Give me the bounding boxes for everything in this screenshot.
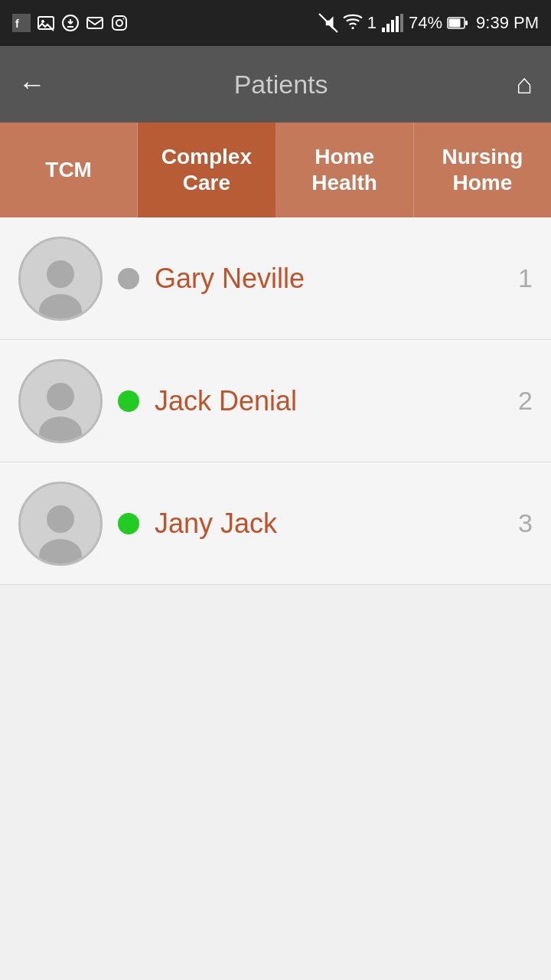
- patient-name: Jack Denial: [155, 385, 487, 417]
- svg-point-23: [47, 505, 74, 533]
- svg-rect-18: [465, 21, 468, 25]
- svg-rect-6: [112, 16, 126, 30]
- home-button[interactable]: ⌂: [516, 68, 533, 100]
- tab-home-health[interactable]: Home Health: [276, 122, 414, 217]
- avatar: [18, 237, 103, 321]
- svg-rect-17: [449, 19, 461, 28]
- nav-bar: ← Patients ⌂: [0, 46, 551, 122]
- svg-point-20: [39, 294, 82, 318]
- patient-name: Jany Jack: [155, 508, 487, 540]
- patient-row[interactable]: Jack Denial2: [0, 340, 551, 462]
- back-button[interactable]: ←: [18, 70, 46, 98]
- svg-text:f: f: [15, 18, 19, 30]
- empty-area: [0, 585, 551, 968]
- svg-point-24: [39, 539, 82, 564]
- svg-point-22: [39, 416, 82, 441]
- status-bar-right: 1 74% 9:39 PM: [318, 13, 539, 33]
- svg-rect-14: [396, 16, 399, 32]
- patient-list: Gary Neville1 Jack Denial2 Jany Jack3: [0, 217, 551, 585]
- patient-number: 3: [502, 508, 533, 538]
- svg-rect-5: [87, 18, 103, 28]
- svg-point-19: [47, 260, 74, 288]
- sim-number: 1: [367, 13, 377, 33]
- svg-point-3: [41, 20, 44, 23]
- svg-point-21: [47, 383, 74, 410]
- avatar: [18, 482, 103, 566]
- status-dot: [118, 390, 139, 412]
- battery-percent: 74%: [409, 13, 442, 33]
- svg-point-7: [116, 20, 122, 26]
- status-dot: [118, 513, 139, 534]
- svg-rect-11: [382, 28, 385, 32]
- patient-row[interactable]: Jany Jack3: [0, 462, 551, 585]
- patient-number: 1: [502, 263, 533, 293]
- tab-nursing-home[interactable]: Nursing Home: [414, 122, 551, 217]
- patient-name: Gary Neville: [155, 263, 487, 295]
- svg-rect-12: [386, 24, 390, 32]
- tab-complex-care[interactable]: Complex Care: [138, 122, 276, 217]
- svg-point-10: [351, 27, 354, 29]
- tab-tcm[interactable]: TCM: [0, 122, 138, 217]
- status-bar: f 1 74% 9:39 PM: [0, 0, 551, 46]
- patient-number: 2: [502, 386, 533, 416]
- svg-line-9: [319, 14, 337, 32]
- patient-row[interactable]: Gary Neville1: [0, 217, 551, 340]
- svg-point-8: [123, 18, 125, 20]
- avatar: [18, 359, 103, 443]
- status-bar-icons: f: [12, 14, 129, 32]
- time: 9:39 PM: [476, 13, 539, 33]
- svg-rect-15: [400, 14, 403, 32]
- status-dot: [118, 268, 139, 289]
- page-title: Patients: [234, 70, 328, 100]
- tab-bar: TCMComplex CareHome HealthNursing Home: [0, 122, 551, 217]
- svg-rect-13: [391, 20, 394, 32]
